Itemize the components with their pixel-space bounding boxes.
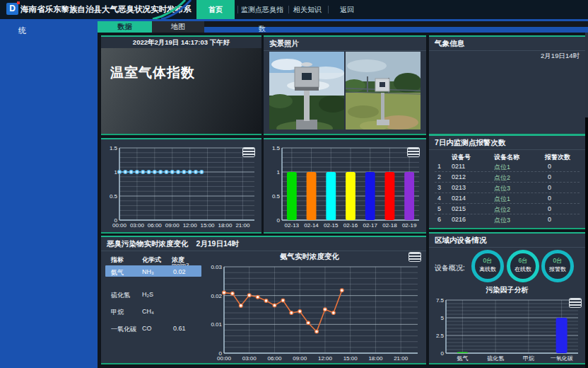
svg-text:21:00: 21:00 [394,355,408,362]
chart-menu-icon[interactable] [408,148,419,156]
column-indicator: 指标 [111,255,124,265]
offline-label: 离线数 [475,265,500,273]
svg-text:02-16: 02-16 [343,222,358,229]
chart-menu-icon[interactable] [570,299,581,307]
svg-text:5: 5 [441,315,445,321]
svg-text:1.5: 1.5 [110,145,118,151]
sidebar: 统 [0,21,98,368]
row-divider [435,171,580,172]
svg-text:0.02: 0.02 [211,293,222,299]
alarm-count: 0 [548,205,551,212]
pollutant-name: 硫化氢 [111,291,130,300]
alarm-count: 0 [548,195,551,202]
svg-text:1.5: 1.5 [272,145,281,151]
nav-separator [237,6,238,13]
svg-text:02-13: 02-13 [285,222,300,229]
svg-text:18:00: 18:00 [368,355,383,362]
nav-item-home[interactable]: 首页 [196,0,235,19]
photos-panel-title: 实景照片 [264,37,426,51]
chart-menu-icon[interactable] [243,148,254,156]
online-count-badge: 6台 在线数 [507,250,539,282]
daily-index-chart-panel: 00.511.502-1302-1402-1502-1602-1702-1802… [264,138,426,234]
pollution-factor-chart: 02.557.5氨气硫化氢甲烷一氧化碳 [432,296,582,362]
pollutant-name: 一氧化碳 [111,325,136,334]
svg-text:0: 0 [277,217,281,224]
svg-text:06:00: 06:00 [148,222,163,229]
row-index: 5 [437,205,441,212]
alarm-label: 报警数 [545,265,570,273]
chart-menu-icon[interactable] [409,253,421,261]
nav-item-knowledge[interactable]: 相关知识 [290,0,325,19]
device-id: 0216 [452,216,466,223]
tab-map[interactable]: 地图 [152,21,204,33]
svg-text:1: 1 [277,169,281,176]
nav-separator [328,6,329,13]
pollutant-formula: CH₄ [142,308,154,315]
offline-count-badge: 0台 离线数 [471,250,504,282]
svg-text:0: 0 [441,350,445,357]
svg-text:02-18: 02-18 [382,222,397,229]
weather-panel-title: 气象信息 [429,37,585,51]
alarm-count: 0 [548,163,551,170]
swoosh-decoration [150,0,194,19]
nav-separator [288,6,289,13]
row-index: 3 [437,184,441,191]
svg-text:02-15: 02-15 [324,222,339,229]
row-index: 1 [437,163,441,170]
device-id: 0211 [452,163,465,170]
svg-text:1: 1 [114,169,118,176]
alarm-count: 0 [548,184,551,191]
dashboard-screen: D 海南省乐东黎族自治县大气恶臭状况实时发布系 首页 监测点恶臭指数 相关知识 … [0,0,588,368]
pollutant-name: 氨气 [111,268,124,277]
svg-text:0.01: 0.01 [211,321,222,328]
row-divider [435,192,580,193]
svg-text:03:00: 03:00 [130,222,145,229]
weather-panel: 气象信息 2月19日14时 [429,35,585,135]
column-device-id: 设备号 [452,153,471,162]
svg-text:18:00: 18:00 [218,222,233,229]
page-headline: 温室气体指数 [110,64,195,82]
brand-logo-icon: D [6,3,18,15]
svg-text:02-17: 02-17 [363,222,377,229]
devices-panel: 区域内设备情况 设备概况: 0台 离线数 6台 在线数 0台 报警数 污染因子分… [429,232,585,364]
tab-data[interactable]: 数据 [98,21,152,33]
pollution-factor-chart-title: 污染因子分析 [429,285,585,295]
row-index: 2 [437,173,441,180]
svg-text:06:00: 06:00 [267,355,282,362]
svg-text:甲烷: 甲烷 [523,355,534,362]
svg-text:一氧化碳: 一氧化碳 [551,355,573,362]
nav-item-odor-index[interactable]: 监测点恶臭指数 [239,0,286,19]
svg-text:09:00: 09:00 [293,355,307,362]
svg-text:0.5: 0.5 [272,193,281,200]
svg-text:2.5: 2.5 [436,333,445,339]
navbar-divider [0,19,588,21]
svg-text:00:00: 00:00 [112,222,127,229]
svg-text:15:00: 15:00 [343,355,358,362]
svg-text:硫化氢: 硫化氢 [487,355,504,362]
alarm-count: 0 [548,216,551,223]
alarms-panel: 7日内监测点报警次数 设备号 设备名称 报警次数 1 0211 点位1 0 2 … [429,134,585,229]
pollutant-formula: CO [142,325,152,332]
column-formula: 化学式 [142,255,161,265]
tab-bar: 数据 地图 [98,21,588,33]
svg-text:00:00: 00:00 [217,355,232,362]
ammonia-chart-title: 氨气实时浓度变化 [207,252,412,262]
device-id: 0215 [452,205,466,212]
svg-text:氨气: 氨气 [457,355,468,362]
alarms-panel-title: 7日内监测点报警次数 [429,136,585,150]
svg-text:12:00: 12:00 [183,222,198,229]
svg-text:7.5: 7.5 [436,297,445,304]
nav-item-back[interactable]: 返回 [331,0,363,19]
pollutant-value: 0.61 [173,325,186,332]
app-title-overflow: 统 [18,25,26,36]
pollutant-value: 0.02 [173,268,186,275]
svg-text:0.03: 0.03 [211,264,222,270]
devices-panel-title: 区域内设备情况 [429,234,585,248]
weather-time-label: 2月19日14时 [541,52,580,61]
scrollbar-thumb[interactable] [585,33,588,117]
odor-title-time: 2月19日14时 [196,239,239,248]
svg-text:02-14: 02-14 [304,222,319,229]
svg-text:15:00: 15:00 [201,222,216,229]
svg-text:09:00: 09:00 [165,222,180,229]
greenhouse-index-chart-panel: 00.511.500:0003:0006:0009:0012:0015:0018… [101,138,261,234]
